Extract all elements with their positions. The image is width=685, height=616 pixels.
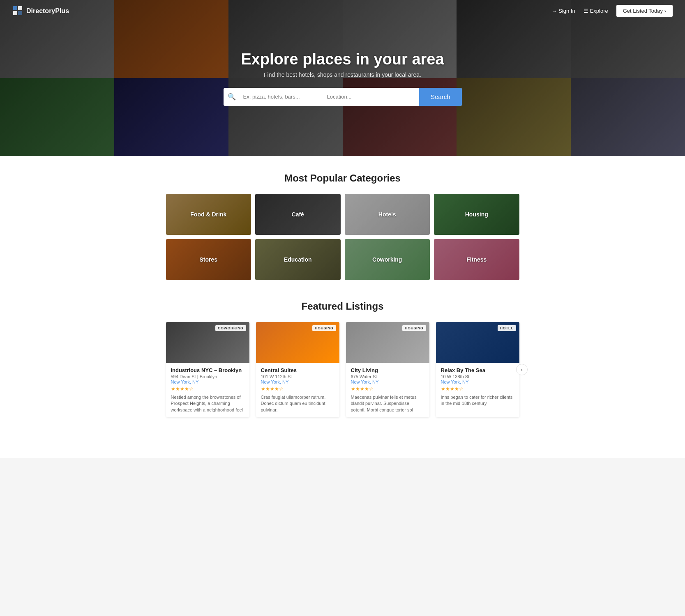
featured-section: Featured Listings COWORKING Industrious … [158, 292, 528, 434]
hero-subtitle: Find the best hotels, shops and restaura… [264, 71, 421, 78]
category-label: Fitness [466, 256, 487, 263]
category-overlay: Stores [166, 239, 251, 280]
navbar-links: → Sign In ☰ Explore Get Listed Today › [551, 5, 673, 17]
search-input-location[interactable] [322, 94, 419, 100]
listing-name: Relax By The Sea [441, 367, 514, 373]
listing-card[interactable]: HOUSING City Living 675 Water St New Yor… [346, 322, 429, 417]
listing-name: Central Suites [261, 367, 334, 373]
search-input-keyword[interactable] [240, 94, 322, 100]
listing-stars: ★★★★☆ [171, 386, 244, 392]
listing-card[interactable]: HOTEL Relax By The Sea 10 W 138th St New… [436, 322, 519, 417]
listing-stars: ★★★★☆ [441, 386, 514, 392]
listing-info: Central Suites 101 W 112th St New York, … [256, 363, 339, 417]
listing-image: HOTEL [436, 322, 519, 363]
listing-info: Relax By The Sea 10 W 138th St New York,… [436, 363, 519, 411]
category-card[interactable]: Education [255, 239, 341, 280]
listing-stars: ★★★★☆ [261, 386, 334, 392]
category-overlay: Fitness [434, 239, 519, 280]
explore-link[interactable]: ☰ Explore [584, 8, 608, 14]
signin-label: Sign In [558, 8, 575, 14]
category-overlay: Education [255, 239, 341, 280]
category-card[interactable]: Housing [434, 194, 519, 235]
listing-address: 675 Water St [351, 374, 424, 379]
listing-image: HOUSING [256, 322, 339, 363]
category-overlay: Housing [434, 194, 519, 235]
category-label: Hotels [378, 211, 396, 218]
explore-label: Explore [590, 8, 608, 14]
listing-address: 101 W 112th St [261, 374, 334, 379]
category-card[interactable]: Café [255, 194, 341, 235]
listing-city: New York, NY [171, 379, 244, 384]
signin-icon: → [551, 8, 557, 14]
listing-description: Nestled among the brownstones of Prospec… [171, 394, 244, 413]
listing-description: Maecenas pulvinar felis et metus blandit… [351, 394, 424, 413]
explore-icon: ☰ [584, 8, 588, 14]
main-content: Most Popular Categories Food & Drink Caf… [158, 156, 528, 458]
category-label: Stores [199, 256, 217, 263]
listing-description: Cras feugiat ullamcorper rutrum. Donec d… [261, 394, 334, 413]
svg-rect-3 [18, 11, 22, 15]
category-label: Education [284, 256, 312, 263]
listing-card[interactable]: HOUSING Central Suites 101 W 112th St Ne… [256, 322, 339, 417]
svg-rect-0 [13, 6, 17, 10]
featured-title: Featured Listings [158, 301, 528, 312]
listing-name: Industrious NYC – Brooklyn [171, 367, 244, 373]
category-card[interactable]: Stores [166, 239, 251, 280]
listing-address: 594 Dean St | Brooklyn [171, 374, 244, 379]
categories-grid: Food & Drink Café Hotels Housing Stores … [158, 194, 528, 280]
hero-overlay: Explore places in your area Find the bes… [0, 0, 685, 156]
svg-rect-1 [18, 6, 22, 10]
category-label: Housing [465, 211, 488, 218]
listing-image: COWORKING [166, 322, 249, 363]
listing-city: New York, NY [441, 379, 514, 384]
listing-address: 10 W 138th St [441, 374, 514, 379]
signin-link[interactable]: → Sign In [551, 8, 575, 14]
listing-card[interactable]: COWORKING Industrious NYC – Brooklyn 594… [166, 322, 249, 417]
listing-description: Inns began to cater for richer clients i… [441, 394, 514, 407]
category-card[interactable]: Food & Drink [166, 194, 251, 235]
search-icon: 🔍 [224, 93, 240, 101]
listing-badge: COWORKING [215, 325, 246, 331]
logo[interactable]: DirectoryPlus [12, 5, 69, 17]
hero-title: Explore places in your area [241, 51, 444, 68]
logo-text: DirectoryPlus [26, 7, 69, 15]
listings-row: COWORKING Industrious NYC – Brooklyn 594… [158, 322, 528, 417]
hero-section: DirectoryPlus → Sign In ☰ Explore Get Li… [0, 0, 685, 156]
category-label: Café [292, 211, 304, 218]
category-overlay: Food & Drink [166, 194, 251, 235]
category-overlay: Café [255, 194, 341, 235]
listing-info: Industrious NYC – Brooklyn 594 Dean St |… [166, 363, 249, 417]
listing-badge: HOTEL [498, 325, 516, 331]
category-card[interactable]: Hotels [345, 194, 430, 235]
listing-name: City Living [351, 367, 424, 373]
category-overlay: Hotels [345, 194, 430, 235]
category-label: Coworking [372, 256, 402, 263]
search-button[interactable]: Search [419, 88, 462, 106]
category-label: Food & Drink [190, 211, 226, 218]
search-bar: 🔍 Search [224, 88, 462, 106]
next-arrow[interactable]: › [516, 364, 528, 375]
logo-icon [12, 5, 24, 17]
categories-section: Most Popular Categories Food & Drink Caf… [158, 156, 528, 292]
listing-city: New York, NY [261, 379, 334, 384]
get-listed-button[interactable]: Get Listed Today › [616, 5, 673, 17]
listing-badge: HOUSING [312, 325, 336, 331]
category-card[interactable]: Coworking [345, 239, 430, 280]
listing-stars: ★★★★☆ [351, 386, 424, 392]
navbar: DirectoryPlus → Sign In ☰ Explore Get Li… [0, 0, 685, 22]
categories-title: Most Popular Categories [158, 172, 528, 184]
svg-rect-2 [13, 11, 17, 15]
category-overlay: Coworking [345, 239, 430, 280]
listing-badge: HOUSING [402, 325, 426, 331]
listing-image: HOUSING [346, 322, 429, 363]
listing-city: New York, NY [351, 379, 424, 384]
category-card[interactable]: Fitness [434, 239, 519, 280]
listing-info: City Living 675 Water St New York, NY ★★… [346, 363, 429, 417]
